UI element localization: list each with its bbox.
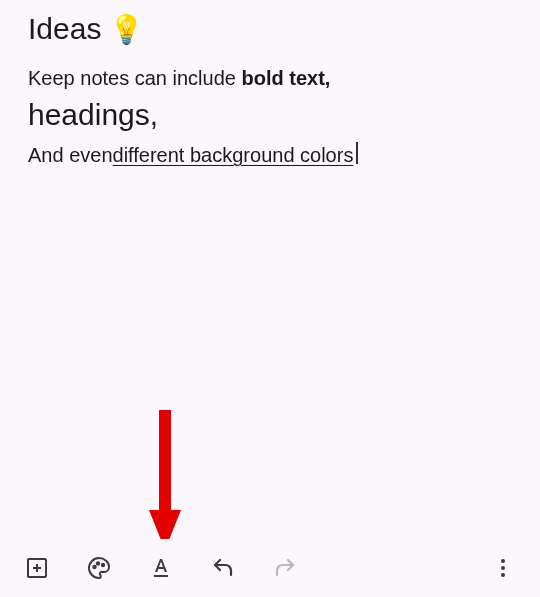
palette-icon xyxy=(87,556,111,580)
lightbulb-emoji: 💡 xyxy=(109,13,144,46)
svg-point-7 xyxy=(102,564,104,566)
note-title[interactable]: Ideas xyxy=(28,12,101,46)
redo-button xyxy=(272,555,298,581)
toolbar-left xyxy=(24,555,298,581)
undo-button[interactable] xyxy=(210,555,236,581)
body-line-3-prefix: And even xyxy=(28,141,113,169)
text-format-icon xyxy=(149,556,173,580)
note-content[interactable]: Ideas 💡 Keep notes can include bold text… xyxy=(0,0,540,181)
palette-button[interactable] xyxy=(86,555,112,581)
undo-icon xyxy=(211,556,235,580)
redo-icon xyxy=(273,556,297,580)
body-heading-line: headings, xyxy=(28,94,512,136)
svg-point-5 xyxy=(93,566,95,568)
svg-point-11 xyxy=(501,573,505,577)
more-vert-icon xyxy=(491,556,515,580)
text-cursor xyxy=(356,142,358,164)
bottom-toolbar xyxy=(0,539,540,597)
svg-point-10 xyxy=(501,566,505,570)
title-row: Ideas 💡 xyxy=(28,12,512,46)
body-line-1: Keep notes can include bold text, xyxy=(28,64,512,92)
body-line-1-bold: bold text, xyxy=(242,67,331,89)
note-body[interactable]: Keep notes can include bold text, headin… xyxy=(28,64,512,169)
body-line-3: And even different background colors xyxy=(28,140,512,169)
arrow-annotation xyxy=(145,410,185,554)
text-format-button[interactable] xyxy=(148,555,174,581)
toolbar-right xyxy=(490,555,516,581)
more-button[interactable] xyxy=(490,555,516,581)
add-box-icon xyxy=(25,556,49,580)
body-line-3-underlined: different background colors xyxy=(113,141,354,169)
svg-point-6 xyxy=(97,562,99,564)
svg-rect-8 xyxy=(154,575,168,577)
add-button[interactable] xyxy=(24,555,50,581)
svg-point-9 xyxy=(501,559,505,563)
body-line-1-prefix: Keep notes can include xyxy=(28,67,242,89)
